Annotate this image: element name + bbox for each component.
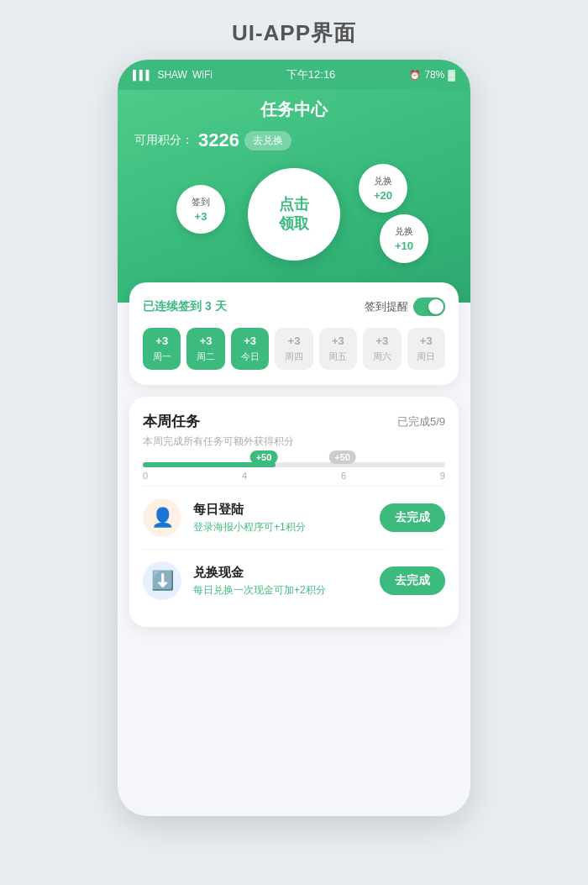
day-points-6: +3 [420, 335, 433, 347]
task-btn-0[interactable]: 去完成 [380, 503, 445, 532]
day-points-1: +3 [200, 335, 213, 347]
progress-label-2: 6 [341, 471, 346, 481]
exchange2-circle[interactable]: 兑换 +10 [380, 214, 428, 263]
points-row: 可用积分： 3226 去兑换 [134, 129, 454, 151]
exchange1-circle[interactable]: 兑换 +20 [359, 164, 407, 213]
day-name-4: 周五 [328, 350, 347, 363]
task-list: 👤 每日登陆 登录海报小程序可+1积分 去完成 ⬇️ 兑换现金 每日兑换一次现金… [143, 486, 445, 612]
battery-percent: 78% [424, 69, 444, 81]
tasks-header: 本周任务 已完成5/9 [143, 412, 445, 431]
status-right: ⏰ 78% ▓ [409, 69, 455, 81]
task-desc-0: 登录海报小程序可+1积分 [193, 520, 368, 535]
days-row: +3 周一 +3 周二 +3 今日 +3 周四 +3 周五 +3 周六 +3 周… [143, 328, 445, 370]
day-name-0: 周一 [153, 350, 171, 363]
checkin-header: 已连续签到 3 天 签到提醒 [143, 298, 445, 316]
progress-bubble-active: +50 [250, 450, 278, 464]
tasks-title: 本周任务 [143, 412, 200, 431]
progress-label-1: 4 [242, 471, 247, 481]
tasks-subtitle: 本周完成所有任务可额外获得积分 [143, 435, 445, 449]
task-info-1: 兑换现金 每日兑换一次现金可加+2积分 [193, 565, 368, 598]
checkin-card: 已连续签到 3 天 签到提醒 +3 周一 +3 周二 +3 今日 +3 周四 [129, 282, 459, 385]
task-item-0: 👤 每日登陆 登录海报小程序可+1积分 去完成 [143, 486, 445, 549]
main-circle-text: 点击 领取 [279, 195, 309, 234]
day-points-0: +3 [155, 335, 168, 347]
battery-icon: ▓ [448, 69, 455, 81]
checkin-streak: 已连续签到 3 天 [143, 299, 227, 314]
day-name-5: 周六 [373, 350, 391, 363]
exchange1-circle-value: +20 [374, 189, 392, 202]
header-title: 任务中心 [134, 98, 454, 121]
progress-label-0: 0 [143, 471, 148, 481]
task-icon-1: ⬇️ [143, 561, 181, 600]
exchange-button[interactable]: 去兑换 [244, 131, 291, 150]
circles-area: 签到 +3 点击 领取 兑换 +20 兑换 +10 [134, 160, 454, 269]
progress-bubble-pending: +50 [328, 450, 356, 464]
toggle-dot [428, 299, 444, 314]
reminder-label: 签到提醒 [365, 299, 408, 314]
day-item-6[interactable]: +3 周日 [407, 328, 445, 370]
day-name-2: 今日 [241, 350, 260, 363]
phone-frame: ▌▌▌ SHAW WiFi 下午12:16 ⏰ 78% ▓ 任务中心 可用积分：… [118, 60, 470, 816]
day-item-1[interactable]: +3 周二 [186, 328, 224, 370]
carrier-label: SHAW [157, 69, 187, 81]
main-circle-button[interactable]: 点击 领取 [248, 168, 340, 261]
exchange1-circle-label: 兑换 [374, 175, 392, 187]
progress-container: +50 +50 0469 [143, 462, 445, 481]
signal-icon: ▌▌▌ [133, 70, 152, 80]
task-item-1: ⬇️ 兑换现金 每日兑换一次现金可加+2积分 去完成 [143, 549, 445, 612]
task-name-0: 每日登陆 [193, 502, 368, 518]
progress-track: +50 +50 [143, 462, 445, 467]
checkin-streak-prefix: 已连续签到 [143, 299, 202, 313]
task-icon-0: 👤 [143, 498, 181, 537]
exchange2-circle-value: +10 [395, 240, 413, 252]
reminder-toggle[interactable] [413, 298, 445, 316]
day-points-3: +3 [288, 335, 301, 347]
day-item-5[interactable]: +3 周六 [363, 328, 401, 370]
alarm-icon: ⏰ [409, 70, 421, 81]
progress-labels: 0469 [143, 471, 445, 481]
day-item-2[interactable]: +3 今日 [231, 328, 269, 370]
day-points-4: +3 [332, 335, 344, 347]
checkin-reminder: 签到提醒 [365, 298, 445, 316]
points-label: 可用积分： [134, 133, 193, 148]
day-points-2: +3 [244, 335, 256, 347]
tasks-progress-text: 已完成5/9 [397, 414, 445, 429]
status-bar: ▌▌▌ SHAW WiFi 下午12:16 ⏰ 78% ▓ [118, 60, 470, 90]
exchange2-circle-label: 兑换 [395, 225, 413, 238]
task-btn-1[interactable]: 去完成 [380, 566, 445, 595]
status-time: 下午12:16 [286, 67, 336, 82]
points-value: 3226 [198, 129, 239, 151]
task-info-0: 每日登陆 登录海报小程序可+1积分 [193, 502, 368, 535]
day-name-1: 周二 [197, 350, 215, 363]
signin-circle[interactable]: 签到 +3 [176, 185, 225, 234]
task-name-1: 兑换现金 [193, 565, 368, 581]
task-desc-1: 每日兑换一次现金可加+2积分 [193, 583, 368, 598]
checkin-streak-suffix: 天 [215, 299, 227, 313]
tasks-card: 本周任务 已完成5/9 本周完成所有任务可额外获得积分 +50 +50 0469… [129, 397, 459, 627]
green-header: 任务中心 可用积分： 3226 去兑换 签到 +3 点击 领取 兑换 [118, 90, 470, 303]
page-title-area: UI-APP界面 [0, 0, 588, 60]
day-item-3[interactable]: +3 周四 [275, 328, 312, 370]
page-title: UI-APP界面 [0, 18, 588, 48]
day-name-3: 周四 [285, 350, 303, 363]
day-name-6: 周日 [417, 350, 435, 363]
checkin-streak-days: 3 [205, 299, 212, 313]
day-item-4[interactable]: +3 周五 [319, 328, 357, 370]
day-points-5: +3 [375, 335, 388, 347]
signin-circle-label: 签到 [192, 196, 210, 208]
progress-label-3: 9 [440, 471, 445, 481]
status-left: ▌▌▌ SHAW WiFi [133, 69, 213, 81]
day-item-0[interactable]: +3 周一 [143, 328, 181, 370]
wifi-icon: WiFi [192, 69, 213, 81]
signin-circle-value: +3 [195, 210, 207, 223]
